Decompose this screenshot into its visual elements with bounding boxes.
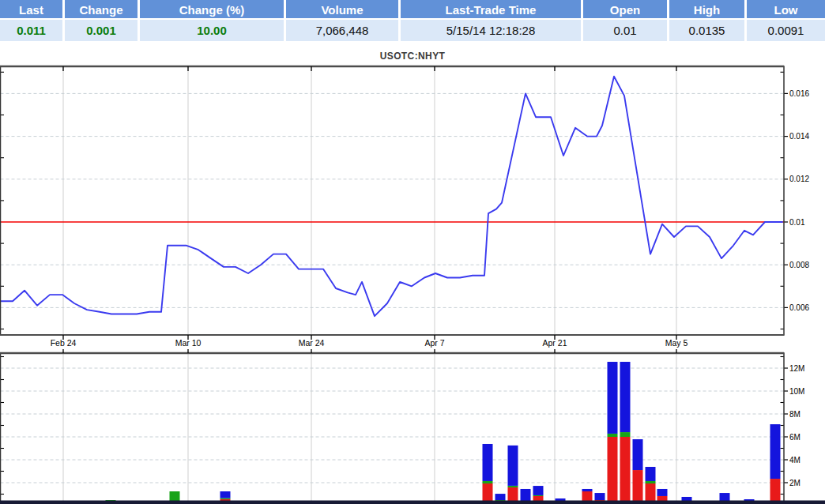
volume-bar-blue [595, 493, 605, 500]
x-axis-label: Feb 24 [51, 338, 77, 348]
x-axis-label: Mar 24 [299, 338, 325, 348]
volume-axis-label: 2M [789, 479, 801, 487]
price-axis-label: 0.01 [789, 218, 805, 227]
volume-bar-blue [521, 489, 531, 502]
x-axis-label: Apr 7 [424, 338, 444, 348]
volume-bar-green [608, 434, 618, 437]
x-axis-label: May 5 [665, 338, 688, 348]
price-plot: 0.0160.0140.0120.010.0080.006 [0, 66, 809, 335]
price-axis-label: 0.014 [789, 132, 809, 141]
price-axis-label: 0.008 [789, 261, 809, 269]
volume-bar-green [508, 486, 518, 487]
volume-bar-green [533, 495, 544, 496]
volume-bar-red [620, 437, 631, 504]
volume-axis-label: 12M [789, 364, 804, 373]
volume-bar-red [608, 437, 618, 504]
volume-bar-blue [533, 486, 544, 495]
volume-bar-blue [483, 444, 493, 481]
volume-bar-green [646, 481, 656, 483]
volume-bar-green [220, 498, 231, 499]
volume-axis-label: 6M [789, 433, 801, 442]
price-volume-chart: 0.0160.0140.0120.010.0080.0062M4M6M8M10M… [0, 0, 825, 504]
price-axis-label: 0.016 [789, 89, 809, 98]
volume-bar-blue [633, 439, 643, 470]
volume-bar-red [633, 470, 643, 504]
volume-bar-blue [220, 491, 231, 498]
volume-bar [770, 424, 781, 504]
volume-axis-label: 10M [789, 387, 804, 396]
volume-bar-red [770, 479, 781, 504]
price-line [0, 77, 782, 317]
price-axis-label: 0.006 [789, 303, 809, 312]
volume-frame [1, 353, 785, 502]
volume-bar-blue [582, 489, 593, 491]
volume-axis-label: 4M [789, 456, 801, 465]
volume-axis-label: 8M [789, 410, 801, 419]
volume-bar-green [620, 432, 631, 437]
volume-bar [646, 467, 656, 504]
volume-bar [633, 439, 643, 504]
volume-bar-blue [620, 362, 631, 432]
volume-bottom-border [0, 501, 825, 504]
volume-bar-blue [508, 446, 518, 486]
volume-bar-blue [495, 494, 506, 500]
volume-bar [620, 362, 631, 504]
volume-bar-blue [646, 467, 656, 481]
volume-bar [483, 444, 493, 504]
price-axis-label: 0.012 [789, 175, 809, 183]
volume-plot: 2M4M6M8M10M12M [0, 353, 804, 504]
x-axis-label: Mar 10 [175, 338, 202, 348]
volume-bar-green [483, 481, 493, 483]
x-axis-label: Apr 21 [543, 338, 567, 348]
volume-bar-blue [770, 424, 781, 479]
volume-bar [508, 446, 518, 504]
volume-bar-blue [608, 362, 618, 434]
volume-bar [608, 362, 618, 504]
volume-bar-blue [657, 489, 668, 496]
